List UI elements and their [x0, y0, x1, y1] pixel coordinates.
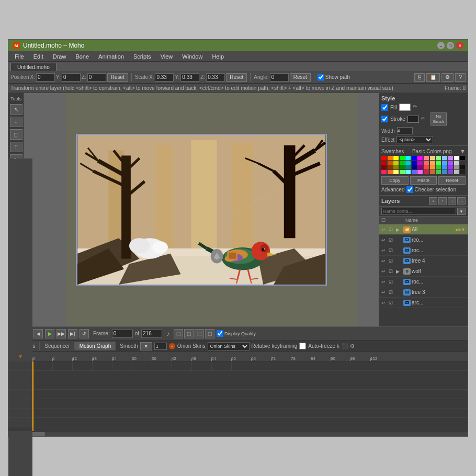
fill-checkbox[interactable]	[381, 104, 388, 111]
swatch-white[interactable]	[454, 156, 459, 160]
fill-edit-icon[interactable]: ✏	[413, 104, 420, 111]
swatch-olive[interactable]	[393, 165, 399, 169]
swatch-darkblue[interactable]	[412, 161, 417, 165]
stroke-checkbox[interactable]	[381, 116, 388, 122]
swatch-tan[interactable]	[430, 161, 435, 165]
swatch-silver[interactable]	[454, 170, 459, 174]
track-content-7[interactable]	[32, 418, 468, 427]
swatch-brown[interactable]	[388, 165, 393, 169]
tab-sequencer[interactable]: Sequencer	[40, 342, 74, 350]
swatch-navy[interactable]	[412, 165, 417, 169]
swatch-tomato[interactable]	[424, 165, 429, 169]
display-quality-checkbox[interactable]	[217, 330, 223, 337]
track-content-6[interactable]	[32, 409, 468, 417]
menu-animation[interactable]: Animation	[94, 52, 128, 61]
scale-y-input[interactable]	[180, 73, 199, 82]
swatch-maroon[interactable]	[381, 165, 387, 169]
swatch-yellow[interactable]	[393, 156, 399, 160]
next-button[interactable]: ▶▶	[56, 329, 66, 338]
swatch-teal[interactable]	[405, 165, 411, 169]
layer-move-up-button[interactable]: ↑	[438, 197, 447, 205]
tool-select[interactable]: ⬚	[10, 129, 22, 140]
scale-x-input[interactable]	[155, 73, 174, 82]
layer-row-tree3[interactable]: ↩ ☑ 🖼 tree 3	[379, 287, 468, 298]
tool-arrow[interactable]: ↖	[10, 104, 22, 115]
track-content-4[interactable]	[32, 390, 468, 399]
track-content-5[interactable]	[32, 399, 468, 408]
menu-help[interactable]: Help	[208, 52, 228, 61]
swatch-pink[interactable]	[424, 156, 429, 160]
loop-button[interactable]: ↺	[80, 329, 89, 338]
swatch-forest[interactable]	[400, 165, 405, 169]
swatch-vermilion[interactable]	[388, 170, 393, 174]
swatch-crimson[interactable]	[424, 170, 429, 174]
layer-move-down-button[interactable]: ↓	[448, 197, 456, 205]
menu-edit[interactable]: Edit	[29, 52, 48, 61]
swatch-aqua[interactable]	[405, 170, 411, 174]
paste-state-button[interactable]: 📋	[426, 73, 440, 82]
checker-selection-label[interactable]: Checker selection	[406, 186, 456, 193]
swatch-salmon[interactable]	[424, 161, 429, 165]
menu-view[interactable]: View	[156, 52, 177, 61]
swatch-lime[interactable]	[436, 161, 441, 165]
position-reset-button[interactable]: Reset	[107, 73, 128, 82]
view-mode-3[interactable]: ⬚	[195, 329, 204, 338]
menu-draw[interactable]: Draw	[49, 52, 71, 61]
swatch-lightgreen[interactable]	[436, 156, 441, 160]
tool-add-point[interactable]: +	[10, 117, 22, 127]
effect-select[interactable]: <plain>	[396, 136, 433, 143]
view-mode-2[interactable]: ⬚	[184, 329, 194, 338]
swatch-sienna[interactable]	[430, 170, 435, 174]
track-content-1[interactable]	[32, 361, 468, 370]
onion-skins-select[interactable]: Onion Skins	[208, 342, 250, 350]
reset-swatch-button[interactable]: Reset	[438, 176, 466, 185]
copy-swatch-button[interactable]: Copy	[381, 176, 409, 185]
swatch-nearblack[interactable]	[460, 165, 465, 169]
swatch-azure[interactable]	[442, 165, 447, 169]
swatch-charcoal[interactable]	[460, 170, 465, 174]
play-button[interactable]: ▶	[45, 329, 54, 338]
layer-row-wolf[interactable]: ↩ ☑ ▶ ⚙ wolf	[379, 266, 468, 277]
width-input[interactable]	[397, 127, 413, 134]
swatches-dropdown-icon[interactable]: ▼	[460, 148, 466, 154]
timeline-scrollbar[interactable]	[8, 431, 468, 436]
swatch-mint[interactable]	[400, 170, 405, 174]
display-quality-label[interactable]: Display Quality	[217, 330, 256, 337]
swatch-cyan[interactable]	[405, 156, 411, 160]
swatch-darkmagenta[interactable]	[417, 161, 423, 165]
total-frames-input[interactable]	[141, 330, 162, 338]
next-frame-button[interactable]: ▶|	[68, 329, 77, 338]
maximize-button[interactable]: □	[447, 42, 454, 49]
track-content-3[interactable]	[32, 380, 468, 389]
swatch-periwinkle[interactable]	[412, 170, 417, 174]
stroke-color-swatch[interactable]	[407, 116, 419, 123]
relative-keyframing-checkbox[interactable]	[299, 343, 306, 349]
swatch-darkorange[interactable]	[388, 161, 393, 165]
tool-text[interactable]: T	[10, 142, 22, 152]
swatch-lavender[interactable]	[448, 156, 453, 160]
swatch-slate[interactable]	[442, 170, 447, 174]
z-input[interactable]	[87, 73, 106, 82]
swatch-rose[interactable]	[381, 170, 387, 174]
checker-checkbox[interactable]	[406, 186, 413, 193]
record-button[interactable]: ●	[169, 343, 175, 349]
help-button[interactable]: ?	[455, 73, 466, 82]
view-mode-1[interactable]: ⬚	[174, 329, 183, 338]
paste-swatch-button[interactable]: Paste	[410, 176, 437, 185]
audio-button[interactable]: ♪	[166, 330, 169, 337]
close-button[interactable]: ✕	[456, 42, 463, 49]
menu-bone[interactable]: Bone	[71, 52, 93, 61]
layer-row-tree4[interactable]: ↩ ☑ 🖼 tree 4	[379, 256, 468, 266]
layer-row-roc[interactable]: ↩ ☑ 🖼 roc...	[379, 245, 468, 256]
layer-row-arc[interactable]: ↩ ☑ 🖼 arc...	[379, 298, 468, 308]
swatch-plum[interactable]	[417, 165, 423, 169]
no-brush-button[interactable]: NoBrush	[430, 112, 447, 126]
smooth-dropdown[interactable]: ▼	[140, 342, 152, 350]
scale-z-input[interactable]	[206, 73, 225, 82]
show-path-label[interactable]: Show path	[318, 74, 350, 81]
swatch-orange[interactable]	[388, 156, 393, 160]
angle-input[interactable]	[270, 73, 289, 82]
timeline-settings-button[interactable]: ⚙	[350, 343, 355, 349]
swatch-amber[interactable]	[430, 165, 435, 169]
options-button[interactable]: ⚙	[441, 73, 454, 82]
